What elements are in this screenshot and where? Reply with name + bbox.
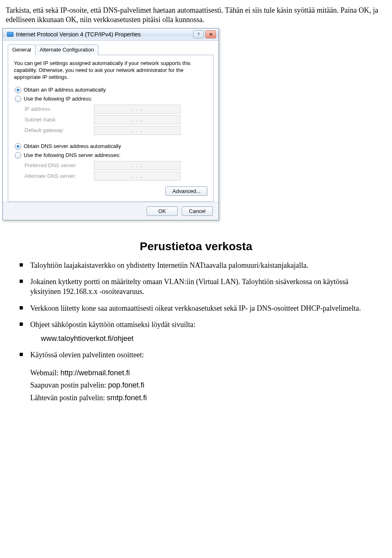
radio-label: Obtain DNS server address automatically	[24, 143, 121, 149]
outgoing-value: smtp.fonet.fi	[107, 394, 147, 402]
field-label: Subnet mask:	[24, 117, 94, 123]
list-item: Jokainen kytketty portti on määritelty o…	[20, 277, 381, 297]
ipv4-properties-dialog: Internet Protocol Version 4 (TCP/IPv4) P…	[2, 28, 219, 220]
subnet-mask-input[interactable]: . . .	[94, 115, 180, 124]
tab-general[interactable]: General	[8, 45, 36, 55]
radio-label: Use the following IP address:	[24, 96, 92, 102]
outgoing-label: Lähtevän postin palvelin:	[30, 394, 107, 402]
list-item: Verkkoon liitetty kone saa automaattises…	[20, 303, 381, 313]
list-item: Taloyhtiön laajakaistaverkko on yhdistet…	[20, 260, 381, 270]
field-label: Default gateway:	[24, 127, 94, 133]
network-card-icon	[7, 32, 13, 37]
radio-dns-manual[interactable]: Use the following DNS server addresses:	[15, 152, 207, 159]
alternate-dns-input[interactable]: . . .	[94, 172, 180, 181]
list-item: Ohjeet sähköpostin käyttöön ottamiseksi …	[20, 320, 381, 344]
advanced-button[interactable]: Advanced...	[165, 186, 207, 196]
field-subnet-mask: Subnet mask: . . .	[24, 115, 207, 124]
field-ip-address: IP address: . . .	[24, 105, 207, 114]
list-item-text: Ohjeet sähköpostin käyttöön ottamiseksi …	[30, 320, 195, 329]
ip-address-input[interactable]: . . .	[94, 105, 180, 114]
server-addresses: Webmail: http://webmail.fonet.fi Saapuva…	[30, 367, 392, 404]
radio-icon	[15, 87, 21, 93]
radio-ip-automatic[interactable]: Obtain an IP address automatically	[15, 87, 207, 93]
list-item: Käytössä olevien palvelinten osoitteet:	[20, 350, 381, 360]
help-button[interactable]: ?	[193, 30, 204, 38]
dialog-title: Internet Protocol Version 4 (TCP/IPv4) P…	[16, 31, 141, 38]
radio-icon	[15, 143, 21, 150]
radio-label: Obtain an IP address automatically	[24, 87, 106, 93]
field-alternate-dns: Alternate DNS server: . . .	[24, 172, 207, 181]
radio-icon	[15, 96, 21, 102]
radio-ip-manual[interactable]: Use the following IP address:	[15, 96, 207, 102]
radio-dns-automatic[interactable]: Obtain DNS server address automatically	[15, 143, 207, 150]
default-gateway-input[interactable]: . . .	[94, 126, 180, 135]
tab-bar: General Alternate Configuration	[8, 45, 214, 55]
info-list: Taloyhtiön laajakaistaverkko on yhdistet…	[20, 260, 381, 360]
field-label: IP address:	[24, 106, 94, 112]
field-label: Alternate DNS server:	[24, 173, 94, 179]
field-default-gateway: Default gateway: . . .	[24, 126, 207, 135]
intro-paragraph: Tarkista, että sekä IP-osoite, että DNS-…	[6, 6, 381, 24]
incoming-value: pop.fonet.fi	[108, 381, 144, 389]
radio-label: Use the following DNS server addresses:	[24, 152, 120, 158]
dialog-description: You can get IP settings assigned automat…	[14, 60, 207, 81]
section-heading: Perustietoa verkosta	[0, 240, 392, 253]
webmail-value: http://webmail.fonet.fi	[60, 369, 130, 377]
field-label: Preferred DNS server:	[24, 162, 94, 168]
dialog-titlebar[interactable]: Internet Protocol Version 4 (TCP/IPv4) P…	[3, 29, 218, 40]
guide-link: www.taloyhtioverkot.fi/ohjeet	[41, 334, 381, 343]
radio-icon	[15, 152, 21, 159]
cancel-button[interactable]: Cancel	[182, 206, 213, 216]
close-button[interactable]: ✕	[205, 30, 216, 38]
tab-alternate[interactable]: Alternate Configuration	[35, 45, 98, 55]
ok-button[interactable]: OK	[147, 206, 178, 216]
webmail-label: Webmail:	[30, 369, 60, 377]
incoming-label: Saapuvan postin palvelin:	[30, 381, 108, 389]
preferred-dns-input[interactable]: . . .	[94, 161, 180, 170]
tab-pane-general: You can get IP settings assigned automat…	[8, 55, 214, 202]
field-preferred-dns: Preferred DNS server: . . .	[24, 161, 207, 170]
